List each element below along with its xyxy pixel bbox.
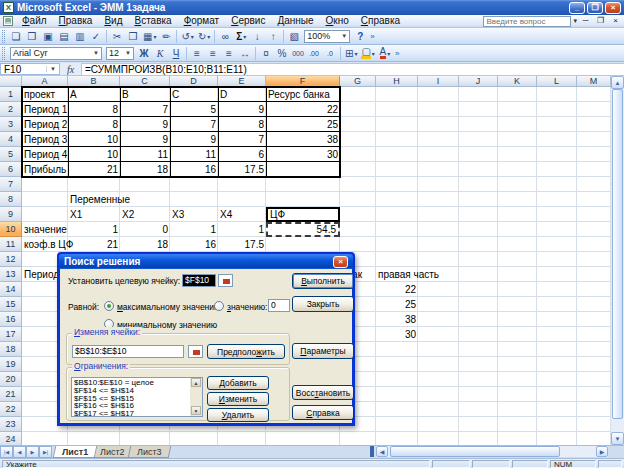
cell-E6[interactable]: 17.5 (218, 162, 266, 177)
workbook-close-button[interactable]: × (609, 16, 622, 27)
open-icon[interactable]: ❒ (24, 29, 40, 44)
menu-item-format[interactable]: Формат (178, 15, 226, 26)
column-header-C[interactable]: C (120, 76, 170, 87)
cell-D3[interactable]: 7 (170, 117, 218, 132)
align-right-icon[interactable]: ≡ (221, 46, 237, 61)
cell-C3[interactable]: 9 (120, 117, 170, 132)
increase-decimal-icon[interactable]: .00 (306, 46, 322, 61)
solve-button[interactable]: Выполнить (292, 273, 354, 289)
row-header-12[interactable]: 12 (0, 252, 22, 267)
toolbar-options-icon[interactable]: » (395, 49, 399, 58)
column-header-F[interactable]: F (266, 76, 340, 87)
sort-ascending-icon[interactable]: ↓ (249, 29, 265, 44)
cell-D5[interactable]: 11 (170, 147, 218, 162)
row-header-2[interactable]: 2 (0, 102, 22, 117)
cell-E9[interactable]: X4 (218, 207, 266, 222)
row-header-20[interactable]: 20 (0, 372, 22, 387)
currency-style-icon[interactable]: ¤ (258, 46, 274, 61)
column-header-A[interactable]: A (22, 76, 68, 87)
cell-D6[interactable]: 16 (170, 162, 218, 177)
minimize-button[interactable]: _ (569, 2, 585, 14)
cell-E2[interactable]: 9 (218, 102, 266, 117)
borders-icon[interactable]: ⊞▾ (343, 46, 359, 61)
constraint-item[interactable]: $F$17 <= $H$17 (74, 410, 188, 417)
merge-center-icon[interactable]: ↔ (237, 46, 253, 61)
row-header-9[interactable]: 9 (0, 207, 22, 222)
range-select-icon[interactable] (188, 345, 203, 358)
cell-F3[interactable]: 25 (266, 117, 340, 132)
menu-item-help[interactable]: Справка (355, 15, 406, 26)
cell-B5[interactable]: 10 (68, 147, 120, 162)
font-size-combo[interactable]: 12 ▼ (106, 47, 134, 60)
cell-A1[interactable]: проект (22, 87, 68, 102)
column-header-K[interactable]: K (498, 76, 537, 87)
save-icon[interactable]: ▣ (40, 29, 56, 44)
cut-icon[interactable]: ✂ (109, 29, 125, 44)
cell-A3[interactable]: Период 2 (22, 117, 68, 132)
workbook-restore-button[interactable]: ❐ (594, 16, 607, 27)
cell-F4[interactable]: 38 (266, 132, 340, 147)
range-select-icon[interactable] (218, 274, 233, 287)
cell-F10[interactable]: 54.5 (266, 222, 340, 237)
scroll-right-icon[interactable]: ▶ (596, 446, 608, 457)
cell-A6[interactable]: Прибыль (22, 162, 68, 177)
cell-D2[interactable]: 5 (170, 102, 218, 117)
undo-icon[interactable]: ↺▾ (179, 29, 195, 44)
row-header-14[interactable]: 14 (0, 282, 22, 297)
vertical-scrollbar[interactable]: ▲ ▼ (611, 76, 624, 445)
autosum-icon[interactable]: Σ▾ (233, 29, 249, 44)
format-painter-icon[interactable]: ✏ (158, 29, 174, 44)
formula-input[interactable]: =СУММПРОИЗВ(B10:E10;B11:E11) (82, 63, 624, 75)
help-icon[interactable]: ? (352, 29, 368, 44)
dialog-title-bar[interactable]: Поиск решения × (59, 254, 353, 269)
cell-A2[interactable]: Период 1 (22, 102, 68, 117)
cell-H15[interactable]: 25 (376, 297, 418, 312)
column-header-G[interactable]: G (340, 76, 376, 87)
row-header-3[interactable]: 3 (0, 117, 22, 132)
options-button[interactable]: Параметры (292, 343, 354, 359)
row-header-15[interactable]: 15 (0, 297, 22, 312)
scroll-up-icon[interactable]: ▲ (191, 378, 201, 387)
name-box[interactable]: F10 ▼ (0, 63, 60, 75)
listbox-scrollbar[interactable]: ▲ ▼ (190, 378, 202, 416)
cell-E1[interactable]: D (218, 87, 266, 102)
sheet-tab-лист3[interactable]: Лист3 (128, 446, 171, 458)
change-constraint-button[interactable]: Изменить (207, 392, 269, 406)
column-header-D[interactable]: D (170, 76, 218, 87)
row-header-5[interactable]: 5 (0, 147, 22, 162)
last-sheet-icon[interactable]: ▶| (39, 446, 52, 458)
row-header-10[interactable]: 10 (0, 222, 22, 237)
paste-icon[interactable]: ▦▾ (141, 29, 158, 44)
value-input[interactable]: 0 (268, 299, 290, 312)
spelling-icon[interactable]: ✓ (88, 29, 104, 44)
fill-color-icon[interactable]: ▢▾ (359, 46, 376, 61)
close-button[interactable]: × (605, 2, 621, 14)
print-preview-icon[interactable]: ▥ (72, 29, 88, 44)
prev-sheet-icon[interactable]: ◀ (13, 446, 26, 458)
cell-A11[interactable]: коэф.в ЦФ (22, 237, 68, 252)
add-constraint-button[interactable]: Добавить (207, 376, 269, 390)
toolbar-options-icon[interactable]: » (370, 32, 374, 41)
workbook-minimize-button[interactable]: ─ (579, 16, 592, 27)
constraints-listbox[interactable]: ▲ ▼ $B$10:$E$10 = целое$F$14 <= $H$14$F$… (71, 377, 203, 417)
cell-E10[interactable]: 1 (218, 222, 266, 237)
cell-B8[interactable]: Переменные (68, 192, 120, 207)
cell-B9[interactable]: X1 (68, 207, 120, 222)
column-header-E[interactable]: E (218, 76, 266, 87)
column-header-M[interactable]: M (577, 76, 611, 87)
cell-C9[interactable]: X2 (120, 207, 170, 222)
row-header-21[interactable]: 21 (0, 387, 22, 402)
cell-B6[interactable]: 21 (68, 162, 120, 177)
cell-A5[interactable]: Период 4 (22, 147, 68, 162)
scroll-down-icon[interactable]: ▼ (191, 406, 201, 415)
row-header-16[interactable]: 16 (0, 312, 22, 327)
toolbar-drag-handle[interactable] (2, 47, 5, 60)
question-dropdown-icon[interactable]: ▾ (573, 17, 577, 25)
cell-F2[interactable]: 22 (266, 102, 340, 117)
cell-F5[interactable]: 30 (266, 147, 340, 162)
align-center-icon[interactable]: ≡ (205, 46, 221, 61)
row-header-4[interactable]: 4 (0, 132, 22, 147)
comma-style-icon[interactable]: 000 (290, 46, 306, 61)
column-header-L[interactable]: L (537, 76, 577, 87)
cell-D1[interactable]: C (170, 87, 218, 102)
